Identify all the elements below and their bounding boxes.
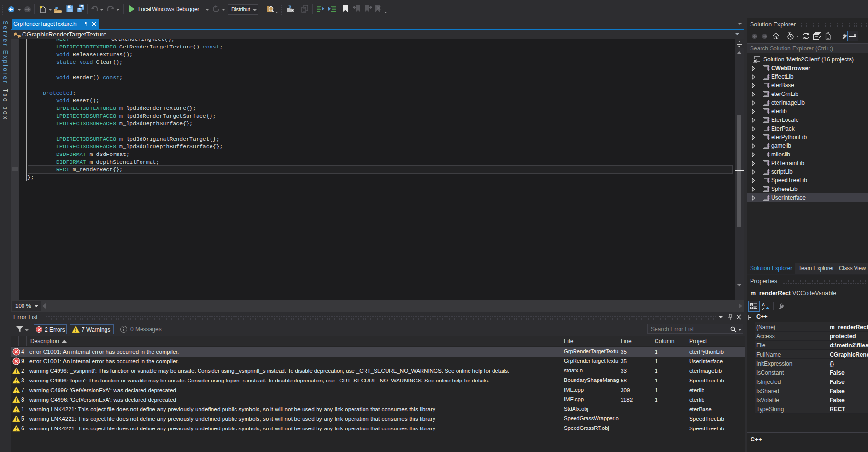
svg-text:Z: Z: [762, 307, 764, 311]
